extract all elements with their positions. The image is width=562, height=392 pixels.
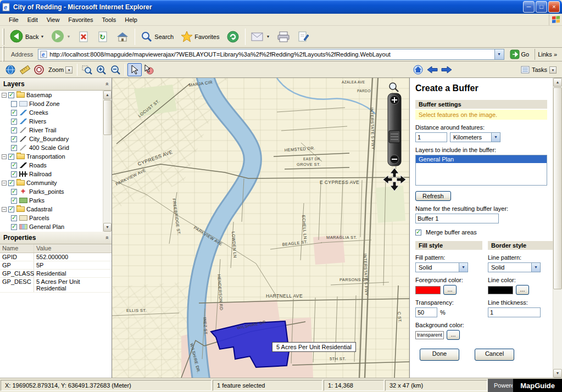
menu-favorites[interactable]: Favorites [64, 15, 97, 25]
refresh-layers-button[interactable]: Refresh [415, 191, 451, 201]
layer-visibility-checkbox[interactable] [11, 171, 17, 177]
collapse-expander-icon[interactable] [2, 154, 7, 159]
buffer-name-input[interactable] [415, 214, 499, 223]
minimize-button[interactable]: ─ [523, 1, 535, 13]
measure-button[interactable] [18, 63, 32, 76]
initial-map-view-button[interactable] [3, 63, 18, 76]
layer-item-parks[interactable]: Parks [0, 196, 103, 205]
menu-file[interactable]: File [4, 15, 23, 25]
layer-visibility-checkbox[interactable] [11, 119, 17, 125]
layer-item-roads[interactable]: Roads [0, 161, 103, 170]
done-button[interactable]: Done [420, 349, 459, 361]
scroll-up-icon[interactable]: ▲ [103, 91, 112, 99]
line-pattern-dropdown-icon[interactable]: ▼ [531, 263, 540, 272]
properties-collapse-icon[interactable]: » [103, 236, 110, 239]
layer-item-parks-points[interactable]: Parks_points [0, 187, 103, 196]
layer-item-400-scale-grid[interactable]: 400 Scale Grid [0, 143, 103, 152]
buffer-layers-listbox[interactable]: General Plan [415, 155, 547, 186]
menu-help[interactable]: Help [120, 15, 142, 25]
mail-button[interactable]: ▼ [248, 27, 273, 46]
task-home-button[interactable] [411, 63, 425, 76]
mail-dropdown-icon[interactable]: ▼ [266, 35, 270, 38]
zoom-dropdown-icon[interactable]: ▼ [65, 66, 73, 74]
taskpane-scroll-down-icon[interactable]: ▼ [553, 369, 562, 378]
select-tool-button[interactable] [127, 63, 142, 76]
background-color-picker-button[interactable]: ... [447, 330, 460, 340]
layer-visibility-checkbox[interactable] [11, 163, 17, 169]
foreground-color-picker-button[interactable]: ... [443, 285, 457, 295]
layer-visibility-checkbox[interactable] [11, 127, 17, 133]
taskpane-scroll-thumb[interactable] [553, 87, 562, 289]
distance-unit-select[interactable]: Kilometers ▼ [450, 132, 500, 142]
stop-button[interactable] [74, 27, 93, 46]
transparency-input[interactable] [415, 307, 437, 317]
layer-visibility-checkbox[interactable] [8, 92, 14, 98]
links-chevron-icon[interactable]: » [554, 51, 557, 58]
tasks-dropdown-icon[interactable]: ▼ [549, 66, 557, 74]
layer-group-cadastral[interactable]: Cadastral [0, 205, 103, 214]
layer-visibility-checkbox[interactable] [11, 101, 17, 107]
fill-pattern-select[interactable]: Solid ▼ [415, 262, 468, 272]
go-button[interactable]: Go [507, 49, 532, 60]
layer-item-general-plan[interactable]: General Plan [0, 222, 103, 231]
zoom-rectangle-button[interactable] [80, 63, 94, 76]
address-input[interactable] [49, 50, 494, 59]
close-button[interactable]: × [548, 1, 560, 13]
layer-visibility-checkbox[interactable] [11, 224, 17, 230]
task-forward-button[interactable] [439, 63, 454, 76]
layer-item-parcels[interactable]: Parcels [0, 214, 103, 222]
task-back-button[interactable] [425, 63, 439, 76]
zoom-menu-button[interactable]: Zoom ▼ [46, 63, 75, 76]
layer-item-railroad[interactable]: Railroad [0, 170, 103, 178]
maximize-button[interactable]: □ [536, 1, 547, 13]
collapse-expander-icon[interactable] [2, 207, 7, 212]
layers-scrollbar[interactable]: ▲ ▼ [103, 91, 112, 232]
forward-button[interactable]: ▼ [48, 27, 74, 46]
links-button[interactable]: Links » [535, 49, 560, 60]
menu-view[interactable]: View [42, 15, 64, 25]
layer-group-basemap[interactable]: Basemap [0, 91, 103, 99]
back-dropdown-icon[interactable]: ▼ [40, 35, 44, 38]
forward-dropdown-icon[interactable]: ▼ [66, 35, 70, 38]
layer-visibility-checkbox[interactable] [11, 136, 17, 142]
merge-buffer-checkbox[interactable] [415, 229, 421, 236]
address-dropdown-icon[interactable]: ▼ [494, 49, 504, 59]
unit-dropdown-icon[interactable]: ▼ [491, 133, 500, 142]
menu-edit[interactable]: Edit [23, 15, 42, 25]
layer-visibility-checkbox[interactable] [8, 180, 14, 186]
select-radius-button[interactable] [142, 63, 156, 76]
layer-item-flood-zone[interactable]: Flood Zone [0, 99, 103, 108]
favorites-button[interactable]: Favorites [177, 27, 222, 46]
cancel-button[interactable]: Cancel [475, 349, 514, 361]
layer-visibility-checkbox[interactable] [11, 198, 17, 204]
back-button[interactable]: Back ▼ [7, 27, 47, 46]
zoom-in-button[interactable] [94, 63, 108, 76]
taskpane-scroll-up-icon[interactable]: ▲ [553, 78, 562, 87]
layer-group-community[interactable]: Community [0, 178, 103, 187]
line-color-picker-button[interactable]: ... [516, 285, 529, 295]
layer-visibility-checkbox[interactable] [11, 110, 17, 116]
address-combo[interactable]: e ▼ [38, 49, 504, 60]
collapse-expander-icon[interactable] [2, 93, 7, 98]
listbox-option-general-plan[interactable]: General Plan [416, 155, 547, 163]
layer-visibility-checkbox[interactable] [8, 206, 14, 212]
layer-group-transportation[interactable]: Transportation [0, 152, 103, 161]
layer-visibility-checkbox[interactable] [8, 154, 14, 160]
media-button[interactable] [223, 27, 243, 46]
collapse-expander-icon[interactable] [2, 181, 7, 186]
line-pattern-select[interactable]: Solid ▼ [488, 262, 541, 272]
edit-button[interactable] [294, 27, 313, 46]
layer-item-creeks[interactable]: Creeks [0, 108, 103, 117]
print-button[interactable] [274, 27, 293, 46]
task-pane-scrollbar[interactable]: ▲ ▼ [553, 78, 562, 378]
search-button[interactable]: Search [137, 27, 177, 46]
distance-input[interactable] [415, 132, 447, 142]
tasks-menu-button[interactable]: Tasks ▼ [519, 63, 559, 76]
layers-scroll-thumb[interactable] [103, 100, 112, 135]
zoom-out-button[interactable] [108, 63, 123, 76]
line-thickness-input[interactable] [488, 307, 541, 317]
home-button[interactable] [113, 27, 132, 46]
menu-tools[interactable]: Tools [98, 15, 121, 25]
map-canvas[interactable]: MARJA CIRAZALEA AVEPARDOLOCUST ST.CYPRES… [112, 78, 409, 378]
map-viewport[interactable]: MARJA CIRAZALEA AVEPARDOLOCUST ST.CYPRES… [112, 78, 409, 378]
